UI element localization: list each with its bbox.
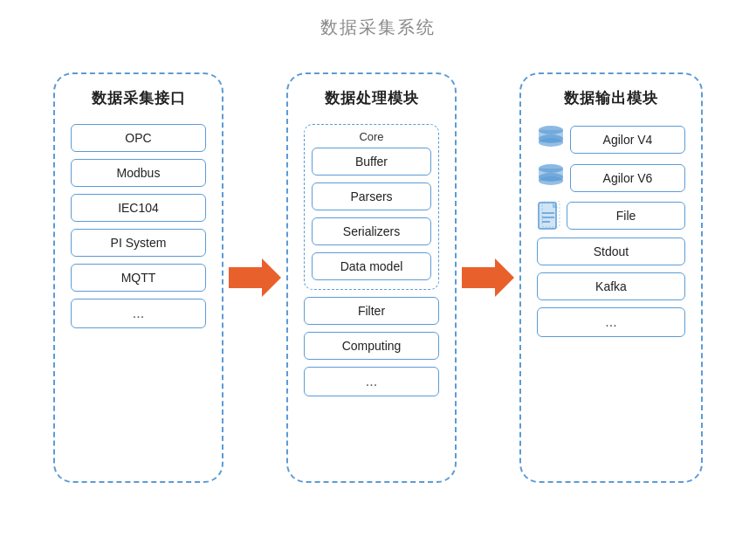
left-module: 数据采集接口 OPC Modbus IEC104 PI System MQTT … <box>53 72 223 483</box>
svg-marker-1 <box>462 258 514 297</box>
middle-item-buffer: Buffer <box>312 148 431 176</box>
right-item-agilor-v4: Agilor V4 <box>537 124 685 155</box>
right-module-title: 数据输出模块 <box>564 88 658 108</box>
database-icon-v6 <box>537 162 565 194</box>
diagram-container: 数据采集接口 OPC Modbus IEC104 PI System MQTT … <box>20 55 736 500</box>
left-item-ellipsis: ... <box>71 299 206 328</box>
right-item-agilor-v6: Agilor V6 <box>537 162 685 194</box>
left-item-pi-system: PI System <box>71 229 206 257</box>
right-item-kafka: Kafka <box>537 272 685 300</box>
left-item-modbus: Modbus <box>71 159 206 187</box>
arrow-icon-2 <box>462 258 514 297</box>
middle-item-ellipsis: ... <box>304 367 439 396</box>
middle-item-computing: Computing <box>304 332 439 360</box>
inner-group-label: Core <box>359 130 383 143</box>
middle-module-title: 数据处理模块 <box>325 88 419 108</box>
middle-item-data-model: Data model <box>312 252 431 280</box>
arrow-middle-to-right <box>457 258 519 297</box>
right-item-file-label: File <box>567 202 685 230</box>
file-icon <box>537 201 561 231</box>
svg-marker-0 <box>229 258 281 297</box>
middle-inner-group: Core Buffer Parsers Serializers Data mod… <box>304 124 439 290</box>
left-item-opc: OPC <box>71 124 206 152</box>
middle-module: 数据处理模块 Core Buffer Parsers Serializers D… <box>286 72 457 483</box>
arrow-left-to-middle <box>223 258 286 297</box>
right-module: 数据输出模块 Agilor V4 Agilor V6 <box>519 72 703 483</box>
svg-point-6 <box>539 138 563 147</box>
right-item-file: File <box>537 201 685 231</box>
left-item-iec104: IEC104 <box>71 194 206 222</box>
left-module-title: 数据采集接口 <box>92 88 186 108</box>
left-item-mqtt: MQTT <box>71 264 206 292</box>
right-item-agilor-v4-label: Agilor V4 <box>570 126 685 154</box>
middle-item-parsers: Parsers <box>312 182 431 210</box>
page-title: 数据采集系统 <box>320 16 436 39</box>
right-item-stdout: Stdout <box>537 238 685 265</box>
arrow-icon-1 <box>229 258 281 297</box>
svg-point-11 <box>539 176 563 185</box>
middle-item-serializers: Serializers <box>312 217 431 245</box>
middle-item-filter: Filter <box>304 297 439 325</box>
right-item-ellipsis: ... <box>537 307 685 337</box>
right-item-agilor-v6-label: Agilor V6 <box>570 164 685 192</box>
database-icon-v4 <box>537 124 565 155</box>
